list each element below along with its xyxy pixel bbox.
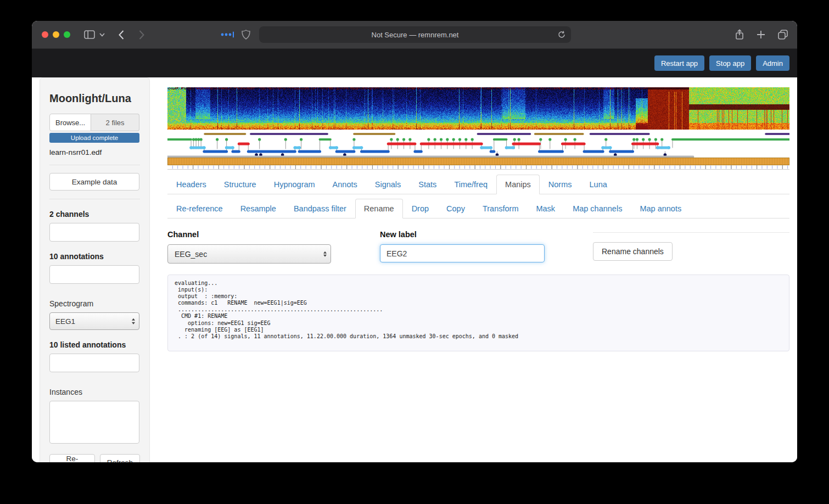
subtab-item: Map annots xyxy=(631,199,690,218)
address-bar[interactable]: Not Secure — remnrem.net xyxy=(259,26,571,43)
tab-item: Norms xyxy=(540,175,581,194)
safari-window: Not Secure — remnrem.net xyxy=(32,21,797,462)
subtab-item: Map channels xyxy=(564,199,631,218)
rename-channels-button[interactable]: Rename channels xyxy=(593,242,673,261)
app-header: Restart appStop appAdmin xyxy=(32,49,797,77)
subtab-bandpass-filter[interactable]: Bandpass filter xyxy=(285,199,355,219)
listed-annotations-select[interactable] xyxy=(49,354,139,372)
subtab-rename[interactable]: Rename xyxy=(355,199,403,219)
tab-norms[interactable]: Norms xyxy=(540,175,581,194)
subtab-copy[interactable]: Copy xyxy=(438,199,474,219)
chevron-down-icon[interactable] xyxy=(99,21,105,48)
channel-select[interactable]: EEG_sec xyxy=(167,244,331,264)
reload-icon[interactable] xyxy=(557,30,566,39)
main-content: HeadersStructureHypnogramAnnotsSignalsSt… xyxy=(167,77,789,357)
refresh-button[interactable]: Refresh xyxy=(100,454,140,462)
tab-signals[interactable]: Signals xyxy=(366,175,410,194)
example-data-button[interactable]: Example data xyxy=(49,173,139,191)
spectrogram-channel-select[interactable]: EEG1 xyxy=(49,312,139,330)
listed-annotations-label: 10 listed annotations xyxy=(49,340,140,349)
subtab-item: Re-reference xyxy=(167,199,232,218)
console-output: evaluating... input(s): output : :memory… xyxy=(167,275,789,351)
tab-item: Stats xyxy=(410,175,445,194)
privacy-shield-icon[interactable] xyxy=(242,21,250,48)
file-count-label: 2 files xyxy=(91,114,139,131)
subtab-drop[interactable]: Drop xyxy=(403,199,438,219)
window-controls xyxy=(42,31,70,38)
restart-app-button[interactable]: Restart app xyxy=(654,55,704,71)
new-label-input[interactable] xyxy=(380,244,545,262)
close-button[interactable] xyxy=(42,31,48,38)
subtab-item: Drop xyxy=(403,199,438,218)
zoom-button[interactable] xyxy=(64,31,70,38)
tab-item: Signals xyxy=(366,175,410,194)
channels-select[interactable] xyxy=(49,223,139,242)
subtab-re-reference[interactable]: Re-reference xyxy=(167,199,232,219)
tab-manips[interactable]: Manips xyxy=(496,175,540,194)
tab-item: Headers xyxy=(167,175,215,194)
subtab-item: Transform xyxy=(474,199,528,218)
subtab-transform[interactable]: Transform xyxy=(474,199,528,219)
tab-hypnogram[interactable]: Hypnogram xyxy=(265,175,324,194)
new-tab-icon[interactable] xyxy=(757,30,765,39)
annotations-label: 10 annotations xyxy=(49,252,140,261)
tab-annots[interactable]: Annots xyxy=(324,175,366,194)
app-title: Moonlight/Luna xyxy=(49,92,140,105)
sidebar: Moonlight/Luna Browse... 2 files Upload … xyxy=(40,77,150,462)
tab-luna[interactable]: Luna xyxy=(581,175,616,194)
instances-select[interactable] xyxy=(49,401,139,444)
select-stepper-icon xyxy=(132,318,135,324)
re-epoch-button[interactable]: Re-epoch xyxy=(49,454,95,462)
spectrogram-label: Spectrogram xyxy=(49,299,140,308)
subtab-resample[interactable]: Resample xyxy=(232,199,285,219)
form-divider xyxy=(593,232,789,233)
stop-app-button[interactable]: Stop app xyxy=(709,55,751,71)
page-content: Moonlight/Luna Browse... 2 files Upload … xyxy=(32,77,797,462)
subtab-item: Mask xyxy=(527,199,564,218)
browse-button[interactable]: Browse... xyxy=(49,114,91,131)
sidebar-divider xyxy=(49,199,140,199)
uploaded-file-name: learn-nsrr01.edf xyxy=(49,148,140,156)
channel-label: Channel xyxy=(167,230,331,239)
sidebar-toggle-icon[interactable] xyxy=(84,21,95,48)
subtab-item: Copy xyxy=(438,199,474,218)
file-upload-group: Browse... 2 files xyxy=(49,114,139,131)
new-label-label: New label xyxy=(380,230,545,239)
main-tab-bar: HeadersStructureHypnogramAnnotsSignalsSt… xyxy=(167,175,789,194)
instances-label: Instances xyxy=(49,388,140,396)
tab-group-dots-icon[interactable] xyxy=(220,21,234,48)
rename-form: Channel EEG_sec New label Rename channel… xyxy=(167,230,789,264)
sidebar-divider xyxy=(49,165,140,165)
tab-headers[interactable]: Headers xyxy=(167,175,215,194)
spectrogram-channel-value: EEG1 xyxy=(55,317,75,326)
tab-item: Manips xyxy=(496,175,540,194)
tab-time-freq[interactable]: Time/freq xyxy=(445,175,496,194)
share-icon[interactable] xyxy=(735,29,744,40)
tab-overview-icon[interactable] xyxy=(777,29,788,40)
subtab-item: Resample xyxy=(232,199,285,218)
tab-item: Luna xyxy=(581,175,616,194)
admin-button[interactable]: Admin xyxy=(756,55,789,71)
subtab-item: Bandpass filter xyxy=(285,199,355,218)
upload-progress-bar: Upload complete xyxy=(49,133,139,143)
subtab-map-channels[interactable]: Map channels xyxy=(564,199,631,219)
address-text: Not Secure — remnrem.net xyxy=(372,31,459,39)
signal-overview-canvas[interactable] xyxy=(167,87,789,170)
tab-item: Structure xyxy=(215,175,265,194)
screenshot-background: Not Secure — remnrem.net xyxy=(0,0,829,504)
tab-item: Hypnogram xyxy=(265,175,324,194)
tab-item: Annots xyxy=(324,175,366,194)
forward-button-icon[interactable] xyxy=(139,21,144,48)
manips-subtab-bar: Re-referenceResampleBandpass filterRenam… xyxy=(167,199,789,219)
subtab-item: Rename xyxy=(355,199,403,218)
tab-structure[interactable]: Structure xyxy=(215,175,265,194)
subtab-mask[interactable]: Mask xyxy=(527,199,564,219)
annotations-select[interactable] xyxy=(49,265,139,284)
channel-select-value: EEG_sec xyxy=(175,250,207,259)
subtab-map-annots[interactable]: Map annots xyxy=(631,199,690,219)
minimize-button[interactable] xyxy=(53,31,59,38)
tab-stats[interactable]: Stats xyxy=(410,175,445,194)
channels-label: 2 channels xyxy=(49,210,140,219)
browser-toolbar: Not Secure — remnrem.net xyxy=(32,21,797,49)
back-button-icon[interactable] xyxy=(119,21,124,48)
